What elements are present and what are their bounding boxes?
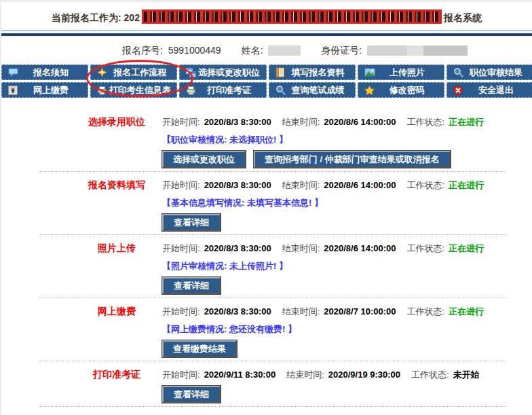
status-label: 工作状态: (407, 180, 445, 190)
page-title: 当前报名工作为: 202报名系统 (1, 10, 532, 24)
menu-item-audit-result[interactable]: 职位审核结果 (446, 65, 532, 80)
name-label: 姓名: (242, 45, 263, 56)
menu-item-label: 查询笔试成绩 (287, 84, 355, 96)
end-label: 结束时间: (282, 117, 320, 127)
menu-item-notice[interactable]: 报名须知 (1, 65, 88, 80)
status-value: 正在进行 (449, 180, 484, 190)
menu-item-change-password[interactable]: 修改密码 (358, 82, 444, 98)
menu-item-label: 安全退出 (465, 84, 532, 96)
main-menu: 报名须知 报名工作流程 选择或更改职位 填写报名资料 上传照片 (1, 65, 532, 98)
svg-text:¥: ¥ (11, 87, 15, 94)
user-info-row: 报名序号: 5991000449 姓名: 身份证号: (122, 45, 468, 57)
menu-item-label: 网上缴费 (20, 84, 88, 96)
start-label: 开始时间: (162, 180, 200, 190)
view-detail-button[interactable]: 查看详细 (162, 386, 221, 403)
section-notice: 【网上缴费情况: 您还没有缴费! 】 (162, 323, 506, 336)
menu-item-query-written-score[interactable]: 查询笔试成绩 (269, 82, 356, 98)
section-times: 开始时间:2020/8/3 8:30:00结束时间:2020/8/7 10:00… (162, 302, 506, 318)
id-label: 身份证号: (321, 45, 362, 56)
menu-item-logout[interactable]: 安全退出 (446, 82, 532, 98)
choose-position-button[interactable]: 选择或更改职位 (162, 151, 246, 168)
end-label: 结束时间: (282, 180, 320, 190)
end-label: 结束时间: (286, 369, 324, 380)
status-value: 未开始 (453, 369, 480, 380)
windows-icon (186, 68, 197, 77)
sparkle-icon (97, 67, 109, 77)
query-audit-or-cancel-button[interactable]: 查询招考部门 / 仲裁部门审查结果或取消报名 (254, 151, 451, 168)
section-title: 网上缴费 (73, 302, 161, 357)
view-detail-button[interactable]: 查看详细 (162, 277, 221, 294)
menu-item-label: 修改密码 (376, 84, 444, 96)
section-times: 开始时间:结束时间:工作状态:未开始 (162, 410, 506, 415)
menu-item-workflow[interactable]: 报名工作流程 (90, 65, 177, 80)
end-value: 2020/8/7 10:00:00 (324, 306, 396, 317)
section-notice: 【职位审核情况: 未选择职位! 】 (162, 134, 506, 146)
start-label: 开始时间: (162, 369, 200, 380)
menu-item-label: 填写报名资料 (287, 67, 355, 79)
menu-item-label: 打印准考证 (197, 84, 265, 96)
id-redaction (367, 46, 468, 56)
photo-icon (364, 68, 376, 77)
start-value: 2020/9/11 8:30:00 (204, 369, 276, 380)
start-value: 2020/8/3 8:30:00 (204, 117, 271, 127)
start-value: 2020/8/3 8:30:00 (204, 306, 271, 317)
section-title: 选择录用职位 (73, 112, 161, 168)
section-times: 开始时间:2020/9/11 8:30:00结束时间:2020/9/19 9:3… (162, 365, 506, 381)
name-redaction (268, 46, 301, 56)
menu-item-upload-photo[interactable]: 上传照片 (358, 65, 444, 80)
end-label: 结束时间: (282, 243, 320, 253)
menu-item-label: 打印考生信息表 (109, 84, 176, 96)
section-times: 开始时间:2020/8/3 8:30:00结束时间:2020/8/6 14:00… (162, 112, 506, 128)
exit-icon (453, 86, 465, 95)
start-value: 2020/8/3 8:30:00 (204, 243, 271, 253)
section-notice: 【基本信息填写情况: 未填写基本信息! 】 (162, 197, 506, 209)
divider-light (1, 30, 532, 31)
menu-item-fill-info[interactable]: 填写报名资料 (269, 65, 356, 80)
end-value: 2020/8/6 14:00:00 (324, 180, 396, 190)
section-choose-position: 选择录用职位 开始时间:2020/8/3 8:30:00结束时间:2020/8/… (39, 109, 506, 171)
section-written-score: 笔试成绩查询 开始时间:结束时间:工作状态:未开始 查看详细 (39, 406, 506, 415)
section-notice: 【照片审核情况: 未上传照片! 】 (162, 260, 506, 272)
start-label: 开始时间: (162, 117, 200, 127)
section-times: 开始时间:2020/8/3 8:30:00结束时间:2020/8/6 14:00… (162, 175, 506, 192)
workflow-sections: 选择录用职位 开始时间:2020/8/3 8:30:00结束时间:2020/8/… (1, 109, 532, 415)
magnifier-icon (453, 67, 465, 77)
section-title: 打印准考证 (73, 365, 161, 403)
menu-item-label: 选择或更改职位 (197, 67, 265, 79)
start-value: 2020/8/3 8:30:00 (204, 180, 271, 190)
start-label: 开始时间: (162, 243, 200, 253)
status-value: 正在进行 (449, 117, 484, 127)
status-label: 工作状态: (407, 117, 445, 127)
menu-item-choose-position[interactable]: 选择或更改职位 (179, 65, 266, 80)
redaction-box (142, 10, 442, 24)
reg-no-label: 报名序号: (122, 45, 163, 56)
section-title: 笔试成绩查询 (73, 410, 161, 415)
end-value: 2020/8/6 14:00:00 (324, 243, 396, 253)
end-label: 结束时间: (282, 306, 320, 317)
menu-item-label: 报名工作流程 (109, 67, 176, 79)
menu-item-label: 职位审核结果 (465, 67, 532, 79)
menu-item-online-payment[interactable]: ¥ 网上缴费 (1, 82, 88, 98)
page-title-prefix: 当前报名工作为: 202 (52, 12, 140, 23)
page-title-suffix: 报名系统 (444, 12, 482, 23)
section-print-admission: 打印准考证 开始时间:2020/9/11 8:30:00结束时间:2020/9/… (39, 361, 506, 406)
status-value: 正在进行 (449, 243, 484, 253)
reg-no-value: 5991000449 (168, 45, 221, 56)
start-label: 开始时间: (162, 306, 200, 317)
view-detail-button[interactable]: 查看详细 (162, 214, 221, 231)
section-title: 报名资料填写 (73, 175, 161, 231)
menu-item-print-admission[interactable]: 打印准考证 (179, 82, 266, 98)
divider-dark (1, 33, 532, 36)
end-value: 2020/8/6 14:00:00 (324, 117, 396, 127)
status-label: 工作状态: (407, 243, 445, 253)
speech-bubble-icon (8, 68, 20, 77)
menu-item-label: 报名须知 (20, 67, 88, 79)
printer-icon (97, 86, 109, 95)
magnifier-icon (276, 85, 287, 95)
section-photo-upload: 照片上传 开始时间:2020/8/3 8:30:00结束时间:2020/8/6 … (39, 234, 506, 297)
section-title: 照片上传 (73, 238, 161, 294)
view-payment-result-button[interactable]: 查看缴费结果 (162, 340, 237, 357)
section-online-payment: 网上缴费 开始时间:2020/8/3 8:30:00结束时间:2020/8/7 … (39, 297, 506, 361)
status-label: 工作状态: (407, 306, 445, 317)
menu-item-print-info-form[interactable]: 打印考生信息表 (90, 82, 177, 98)
